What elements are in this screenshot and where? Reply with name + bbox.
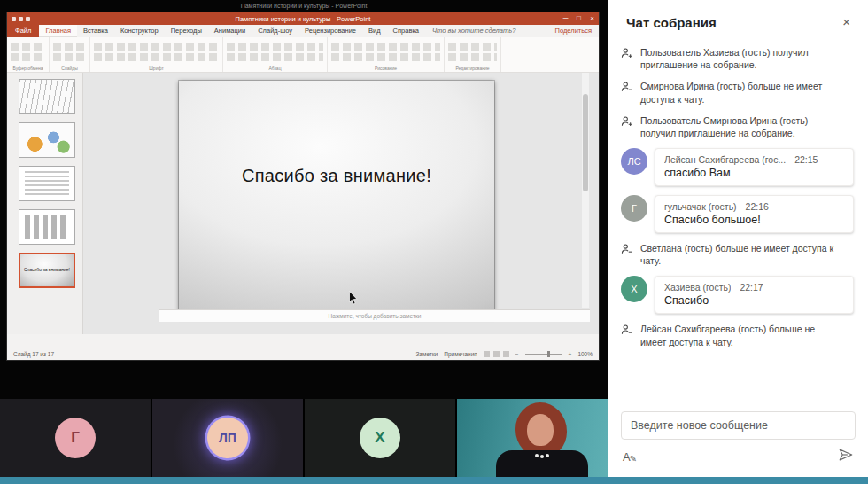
zoom-in-button[interactable]: +: [569, 351, 572, 357]
system-message: Пользователь Хазиева (гость) получил при…: [621, 46, 854, 71]
tab-slideshow[interactable]: Слайд-шоу: [252, 25, 298, 37]
message-card[interactable]: Хазиева (гость) 22:17 Спасибо: [655, 276, 854, 314]
video-tile-participant-3[interactable]: Х: [305, 399, 455, 477]
slide-canvas[interactable]: Спасибо за внимание!: [179, 81, 494, 316]
teams-meeting-window: Памятники истории и культуры - PowerPoin…: [0, 0, 868, 484]
minimize-button[interactable]: ─: [559, 12, 572, 25]
chat-header: Чат собрания ×: [608, 0, 868, 37]
normal-view-icon[interactable]: [484, 351, 490, 357]
system-message-text: Пользователь Хазиева (гость) получил при…: [640, 46, 841, 71]
send-icon: [838, 447, 854, 463]
participant-avatar: Г: [55, 418, 96, 458]
slide-thumbnail[interactable]: [19, 209, 75, 245]
ppt-title-bar: Памятники истории и культуры - PowerPoin…: [7, 12, 599, 25]
send-button[interactable]: [838, 447, 854, 466]
notes-button[interactable]: Заметки: [415, 351, 438, 357]
message-author: Хазиева (гость): [664, 282, 731, 293]
system-message: Пользователь Смирнова Ирина (гость) полу…: [621, 114, 854, 139]
presenting-window-title: Памятники истории и культуры - PowerPoin…: [0, 3, 608, 9]
slide-thumbnail[interactable]: [19, 79, 75, 114]
tab-view[interactable]: Вид: [362, 25, 387, 37]
chat-input-container: [608, 404, 868, 440]
ribbon-group-paragraph[interactable]: Абзац: [223, 37, 328, 72]
tab-home[interactable]: Главная: [39, 25, 77, 37]
clipboard-controls[interactable]: [11, 42, 45, 63]
message-text: спасибо Вам: [664, 167, 844, 179]
zoom-slider[interactable]: [525, 354, 562, 355]
video-tile-participant-1[interactable]: Г: [0, 399, 151, 477]
slide-editing-region: Спасибо за внимание! Нажмите, чтобы доба…: [83, 73, 590, 322]
person-necklace-shape: [535, 454, 539, 457]
avatar[interactable]: Г: [621, 195, 647, 222]
share-button[interactable]: Поделиться: [555, 25, 592, 37]
message-text: Спасибо: [664, 294, 844, 307]
slideshow-view-icon[interactable]: [503, 351, 509, 357]
comments-button[interactable]: Примечания: [444, 351, 477, 357]
system-message: Лейсан Сахибгареева (гость) больше не им…: [621, 323, 854, 347]
message-time: 22:17: [740, 282, 763, 293]
font-controls[interactable]: [94, 42, 219, 63]
drawing-controls[interactable]: [331, 42, 440, 63]
format-pen-icon: ✎: [630, 454, 637, 464]
slide-title-text: Спасибо за внимание!: [179, 166, 494, 186]
thumbnails-panel[interactable]: Спасибо за внимание!: [7, 73, 83, 334]
ppt-window-title: Памятники истории и культуры - PowerPoin…: [7, 15, 599, 23]
message-time: 22:15: [794, 154, 818, 165]
editing-controls[interactable]: [448, 42, 497, 63]
slides-controls[interactable]: [53, 42, 86, 63]
system-message-text: Смирнова Ирина (гость) больше не имеет д…: [640, 80, 841, 105]
notes-placeholder[interactable]: Нажмите, чтобы добавить заметки: [159, 309, 590, 322]
tell-me-box[interactable]: Что вы хотите сделать?: [432, 25, 515, 37]
tab-help[interactable]: Справка: [387, 25, 425, 37]
tab-file[interactable]: Файл: [7, 25, 39, 37]
ribbon-tabs: Файл Главная Вставка Конструктор Переход…: [7, 25, 599, 37]
zoom-out-button[interactable]: −: [515, 351, 519, 357]
person-remove-icon: [621, 324, 633, 336]
person-body-shape: [496, 450, 588, 477]
window-close-button[interactable]: ×: [585, 12, 599, 25]
chat-title: Чат собрания: [626, 15, 717, 30]
message-text: Спасибо большое!: [664, 214, 844, 226]
system-message: Светлана (гость) больше не имеет доступа…: [621, 242, 854, 267]
avatar[interactable]: ЛС: [621, 148, 647, 175]
ribbon-group-editing[interactable]: Редактирование: [445, 37, 501, 72]
video-tile-participant-2-speaking[interactable]: ЛП: [152, 399, 303, 477]
avatar[interactable]: Х: [621, 276, 647, 302]
tab-insert[interactable]: Вставка: [77, 25, 114, 37]
maximize-button[interactable]: □: [572, 12, 585, 25]
zoom-slider-handle[interactable]: [547, 351, 550, 357]
person-add-icon: [621, 115, 633, 128]
paragraph-controls[interactable]: [227, 42, 323, 63]
ribbon-group-font[interactable]: Шрифт: [90, 37, 223, 72]
person-remove-icon: [621, 243, 633, 255]
slide-scrollbar-track[interactable]: [582, 73, 589, 308]
ribbon-group-clipboard[interactable]: Буфер обмена: [7, 37, 50, 72]
chat-close-button[interactable]: ×: [839, 14, 854, 30]
slide-thumbnail[interactable]: [19, 122, 75, 158]
message-time: 22:16: [746, 201, 769, 212]
message-card[interactable]: Лейсан Сахибгареева (гос... 22:15 спасиб…: [655, 148, 854, 186]
ribbon-group-slides[interactable]: Слайды: [50, 37, 90, 72]
chat-message-list[interactable]: Пользователь Хазиева (гость) получил при…: [608, 37, 868, 404]
tab-animations[interactable]: Анимации: [208, 25, 252, 37]
mouse-cursor-icon: [349, 291, 359, 305]
tab-design[interactable]: Конструктор: [114, 25, 165, 37]
slide-thumbnail[interactable]: [19, 166, 75, 201]
screen-share-area: Памятники истории и культуры - PowerPoin…: [0, 0, 608, 477]
format-button[interactable]: A ✎: [623, 450, 637, 464]
system-message: Смирнова Ирина (гость) больше не имеет д…: [621, 80, 854, 105]
slide-sorter-icon[interactable]: [493, 351, 500, 357]
slide-scrollbar-thumb[interactable]: [583, 94, 588, 191]
ribbon-group-drawing[interactable]: Рисование: [328, 37, 445, 72]
person-remove-icon: [621, 81, 633, 93]
tab-transitions[interactable]: Переходы: [165, 25, 208, 37]
tab-review[interactable]: Рецензирование: [298, 25, 362, 37]
message-card[interactable]: гульчачак (гость) 22:16 Спасибо большое!: [655, 195, 854, 233]
slide-counter: Слайд 17 из 17: [13, 351, 54, 357]
slide-thumbnail-selected[interactable]: Спасибо за внимание!: [19, 253, 75, 288]
view-mode-buttons[interactable]: [484, 351, 509, 357]
message-author: гульчачак (гость): [664, 201, 737, 212]
message-input[interactable]: [621, 411, 856, 440]
webcam-video[interactable]: [457, 399, 608, 477]
participant-avatar-speaking: ЛП: [207, 418, 248, 458]
